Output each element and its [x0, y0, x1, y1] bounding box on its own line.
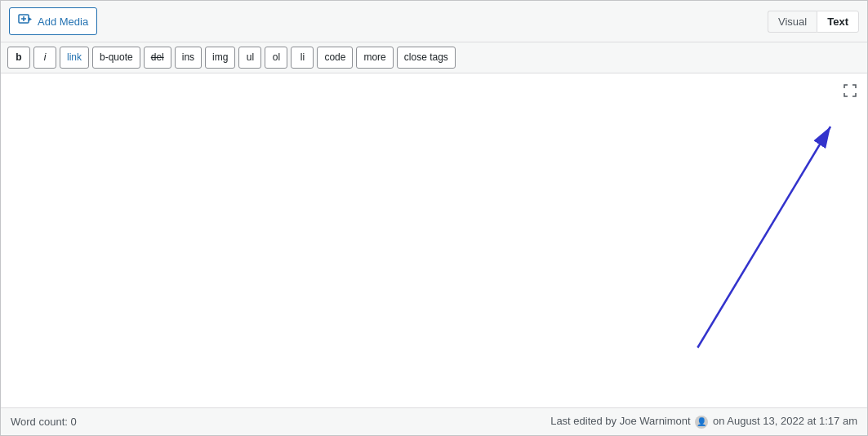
svg-marker-1 — [29, 17, 32, 21]
toolbar-btn-bold[interactable]: b — [7, 47, 30, 69]
editor-container: Add Media Visual Text b i link b-quote d… — [0, 0, 868, 436]
view-tabs: Visual Text — [768, 11, 859, 33]
add-media-button[interactable]: Add Media — [9, 7, 97, 35]
toolbar-btn-more[interactable]: more — [356, 47, 393, 69]
toolbar-btn-ol[interactable]: ol — [265, 47, 287, 69]
toolbar-btn-bquote[interactable]: b-quote — [92, 47, 140, 69]
toolbar-btn-italic[interactable]: i — [33, 47, 56, 69]
toolbar-btn-li[interactable]: li — [291, 47, 314, 69]
text-editor[interactable] — [1, 73, 867, 407]
status-bar: Word count: 0 Last edited by Joe Warnimo… — [1, 407, 867, 435]
content-area — [1, 73, 867, 407]
tab-text[interactable]: Text — [817, 11, 859, 33]
last-edited: Last edited by Joe Warnimont 👤 on August… — [550, 415, 857, 429]
last-edited-suffix: on August 13, 2022 at 1:17 am — [713, 415, 857, 427]
toolbar-btn-del[interactable]: del — [144, 47, 171, 69]
toolbar-btn-img[interactable]: img — [205, 47, 235, 69]
tab-visual[interactable]: Visual — [768, 11, 817, 33]
toolbar-btn-ins[interactable]: ins — [175, 47, 202, 69]
user-avatar: 👤 — [695, 416, 708, 429]
fullscreen-button[interactable] — [839, 80, 861, 101]
add-media-label: Add Media — [38, 16, 88, 28]
toolbar: b i link b-quote del ins img ul ol li co — [1, 42, 867, 73]
top-bar: Add Media Visual Text — [1, 1, 867, 42]
add-media-icon — [18, 12, 33, 30]
toolbar-btn-closetags[interactable]: close tags — [397, 47, 456, 69]
toolbar-btn-link[interactable]: link — [60, 47, 89, 69]
word-count: Word count: 0 — [11, 416, 77, 428]
toolbar-btn-code[interactable]: code — [317, 47, 353, 69]
last-edited-prefix: Last edited by Joe Warnimont — [550, 415, 691, 427]
toolbar-btn-ul[interactable]: ul — [238, 47, 261, 69]
